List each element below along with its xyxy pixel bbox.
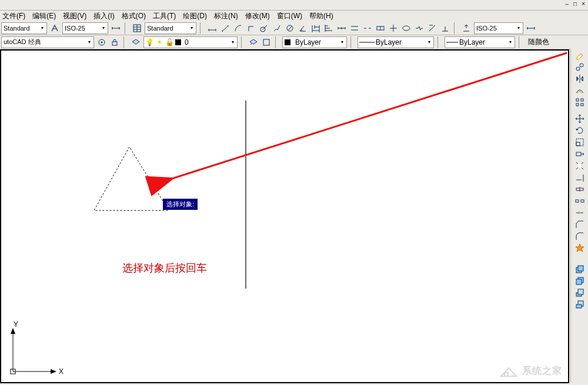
table-style-select[interactable]: ▾ bbox=[145, 22, 196, 34]
dim-edit-icon[interactable] bbox=[427, 23, 437, 34]
layer-on-icon[interactable]: 💡 bbox=[144, 38, 155, 46]
dim-break-icon[interactable] bbox=[362, 23, 373, 34]
mirror-icon[interactable] bbox=[574, 73, 586, 84]
textstyle-icon[interactable] bbox=[49, 23, 60, 34]
stretch-icon[interactable] bbox=[574, 149, 586, 159]
layer-state-icon[interactable] bbox=[261, 37, 272, 48]
draworder-back-icon[interactable] bbox=[574, 276, 586, 286]
move-icon[interactable] bbox=[574, 113, 586, 124]
linetype-preview-icon bbox=[358, 38, 376, 46]
menu-draw[interactable]: 绘图(D) bbox=[183, 11, 207, 21]
menu-modify[interactable]: 修改(M) bbox=[245, 11, 270, 21]
centermark-icon[interactable] bbox=[388, 23, 399, 34]
dim-update-icon[interactable] bbox=[461, 23, 472, 34]
menu-help[interactable]: 帮助(H) bbox=[309, 11, 333, 21]
menu-view[interactable]: 视图(V) bbox=[63, 11, 86, 21]
dimstyle-icon-1[interactable] bbox=[111, 23, 121, 34]
selected-triangle[interactable] bbox=[94, 147, 169, 210]
dim-ordinate-icon[interactable] bbox=[246, 23, 256, 34]
menu-file[interactable]: 文件(F) bbox=[2, 11, 25, 21]
dim-linear-icon[interactable] bbox=[207, 23, 218, 34]
axis-y-label: Y bbox=[14, 320, 18, 329]
rotate-icon[interactable] bbox=[574, 125, 586, 136]
text-style-input[interactable] bbox=[2, 23, 38, 34]
dim-jogline-icon[interactable] bbox=[414, 23, 425, 34]
menu-insert[interactable]: 插入(I) bbox=[93, 11, 114, 21]
chevron-down-icon[interactable]: ▾ bbox=[506, 37, 514, 48]
join-icon[interactable] bbox=[574, 207, 586, 218]
chevron-down-icon[interactable]: ▾ bbox=[229, 37, 237, 48]
layer-manager-icon[interactable] bbox=[131, 37, 141, 48]
restore-button[interactable]: □ bbox=[572, 1, 579, 7]
dim-style-select-1[interactable]: ▾ bbox=[62, 22, 108, 34]
offset-icon[interactable] bbox=[574, 85, 586, 96]
dim-space-icon[interactable] bbox=[349, 23, 360, 34]
quick-dim-icon[interactable] bbox=[310, 23, 321, 34]
text-style-select[interactable]: ▾ bbox=[1, 22, 47, 34]
dim-style-input-1[interactable] bbox=[63, 23, 99, 34]
chevron-down-icon[interactable]: ▾ bbox=[338, 37, 346, 48]
extend-icon[interactable] bbox=[574, 172, 586, 183]
close-button[interactable]: × bbox=[580, 1, 587, 7]
workspace-input[interactable] bbox=[2, 37, 85, 48]
draworder-above-icon[interactable] bbox=[574, 287, 586, 298]
chevron-down-icon[interactable]: ▾ bbox=[85, 37, 93, 48]
color-select[interactable]: ByLayer ▾ bbox=[282, 36, 347, 48]
chevron-down-icon[interactable]: ▾ bbox=[38, 23, 46, 34]
dimstyle-icon-2[interactable] bbox=[526, 23, 536, 34]
toolbar-separator bbox=[275, 36, 279, 48]
dim-style-input-2[interactable] bbox=[475, 23, 514, 34]
menu-dimension[interactable]: 标注(N) bbox=[214, 11, 238, 21]
chevron-down-icon[interactable]: ▾ bbox=[425, 37, 433, 48]
chevron-down-icon[interactable]: ▾ bbox=[99, 23, 108, 34]
menu-edit[interactable]: 编辑(E) bbox=[32, 11, 56, 21]
chamfer-icon[interactable] bbox=[574, 219, 586, 230]
draworder-below-icon[interactable] bbox=[574, 299, 586, 310]
erase-icon[interactable] bbox=[574, 50, 586, 61]
svg-rect-33 bbox=[581, 200, 584, 202]
explode-icon[interactable] bbox=[574, 243, 586, 253]
workspace-select[interactable]: ▾ bbox=[1, 36, 94, 48]
dim-radius-icon[interactable] bbox=[259, 23, 269, 34]
draworder-front-icon[interactable] bbox=[574, 264, 586, 274]
dim-aligned-icon[interactable] bbox=[220, 23, 230, 34]
toolbar-lock-icon[interactable] bbox=[109, 37, 120, 48]
layer-lock-icon[interactable]: 🔓 bbox=[164, 38, 175, 46]
chevron-down-icon[interactable]: ▾ bbox=[514, 23, 523, 34]
break-icon[interactable] bbox=[574, 196, 586, 206]
dim-angular-icon[interactable] bbox=[298, 23, 308, 34]
dim-jogged-icon[interactable] bbox=[272, 23, 282, 34]
layer-freeze-icon[interactable]: ☀ bbox=[155, 38, 164, 46]
fillet-icon[interactable] bbox=[574, 231, 586, 242]
svg-marker-15 bbox=[51, 369, 56, 374]
menu-format[interactable]: 格式(O) bbox=[122, 11, 146, 21]
dim-diameter-icon[interactable] bbox=[285, 23, 295, 34]
workspace-settings-icon[interactable] bbox=[96, 37, 107, 48]
layer-previous-icon[interactable] bbox=[248, 37, 259, 48]
menu-tools[interactable]: 工具(T) bbox=[153, 11, 176, 21]
minimize-button[interactable]: – bbox=[564, 1, 571, 7]
toolbar-separator bbox=[437, 36, 441, 48]
chevron-down-icon[interactable]: ▾ bbox=[188, 23, 196, 34]
break-at-icon[interactable] bbox=[574, 184, 586, 195]
linetype-select[interactable]: ByLayer ▾ bbox=[358, 36, 434, 48]
table-style-input[interactable] bbox=[145, 23, 188, 34]
scale-icon[interactable] bbox=[574, 137, 586, 148]
layer-select[interactable]: 💡 ☀ 🔓 0 ▾ bbox=[143, 36, 238, 48]
dim-baseline-icon[interactable] bbox=[323, 23, 334, 34]
toolbar-separator bbox=[125, 22, 128, 34]
inspect-icon[interactable] bbox=[401, 23, 412, 34]
menu-window[interactable]: 窗口(W) bbox=[277, 11, 302, 21]
dim-style-select-2[interactable]: ▾ bbox=[474, 22, 523, 34]
lineweight-select[interactable]: ByLayer ▾ bbox=[445, 36, 515, 48]
tolerance-icon[interactable] bbox=[375, 23, 386, 34]
layer-color-swatch[interactable] bbox=[175, 39, 181, 45]
trim-icon[interactable] bbox=[574, 160, 586, 171]
dim-continue-icon[interactable] bbox=[336, 23, 347, 34]
tablestyle-icon[interactable] bbox=[132, 23, 142, 34]
drawing-canvas[interactable]: 选择对象: 选择对象后按回车 Y X 系统之家 bbox=[0, 49, 569, 383]
array-icon[interactable] bbox=[574, 97, 586, 108]
dim-arc-icon[interactable] bbox=[233, 23, 243, 34]
dim-tedit-icon[interactable] bbox=[440, 23, 450, 34]
copy-icon[interactable] bbox=[574, 62, 586, 72]
